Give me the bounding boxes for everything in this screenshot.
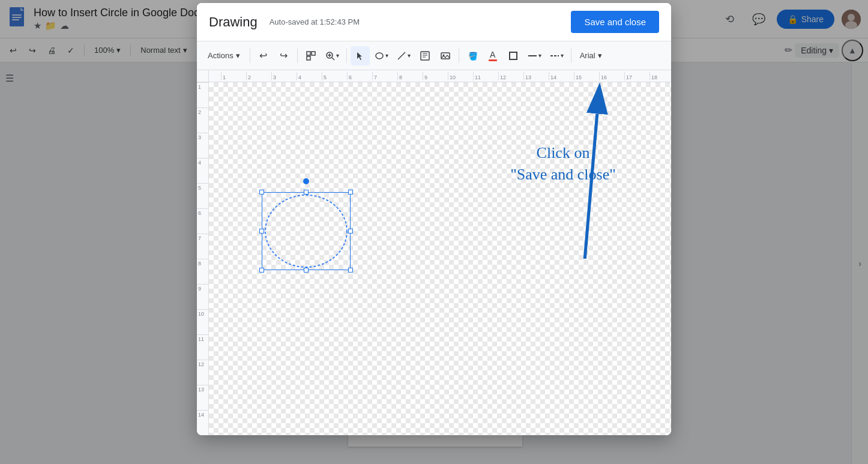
svg-rect-10 (307, 56, 310, 60)
handle-mid-left[interactable] (259, 229, 264, 234)
ruler-corner (197, 70, 209, 82)
drawing-modal: Drawing Auto-saved at 1:52:43 PM Save an… (197, 3, 671, 435)
handle-top-right[interactable] (348, 190, 353, 194)
autosave-text: Auto-saved at 1:52:43 PM (270, 17, 360, 26)
svg-rect-8 (307, 52, 310, 55)
ruler-top: 1 2 3 4 5 6 7 8 9 10 11 12 13 (209, 70, 671, 82)
ruler-marks: 1 2 3 4 5 6 7 8 9 10 11 12 13 (221, 72, 671, 80)
handle-mid-right[interactable] (348, 229, 353, 234)
svg-line-16 (398, 52, 405, 59)
ruler-row: 1 2 3 4 5 6 7 8 9 10 11 12 13 (197, 70, 671, 82)
dtb-divider-1 (250, 49, 250, 63)
actions-button[interactable]: Actions ▾ (202, 47, 246, 64)
shape-btn[interactable] (371, 46, 392, 65)
svg-rect-24 (510, 52, 517, 59)
dtb-divider-3 (346, 49, 347, 63)
svg-text:🪣: 🪣 (468, 51, 477, 61)
save-and-close-button[interactable]: Save and close (571, 11, 659, 33)
svg-line-12 (332, 58, 334, 60)
font-select[interactable]: Arial ▾ (575, 46, 607, 65)
zoom-btn[interactable] (322, 46, 343, 65)
border-weight-btn[interactable] (524, 46, 545, 65)
pointer-btn[interactable] (351, 46, 370, 65)
drawing-undo-btn[interactable]: ↩ (254, 46, 273, 65)
drawing-canvas-wrapper[interactable]: 1 2 3 4 5 6 7 8 9 10 11 12 13 (197, 70, 671, 435)
fill-color-btn[interactable]: 🪣 (463, 46, 482, 65)
svg-rect-9 (312, 52, 315, 55)
color-swatch: A (489, 50, 497, 61)
drawing-canvas[interactable]: Click on"Save and close" (209, 82, 671, 435)
font-label: Arial (580, 51, 595, 60)
dtb-divider-2 (297, 49, 298, 63)
svg-rect-17 (421, 52, 429, 60)
pen-color-btn[interactable]: A (483, 46, 502, 65)
handle-top-mid[interactable] (304, 190, 309, 194)
border-dash-btn[interactable] (546, 46, 567, 65)
line-btn[interactable] (393, 46, 414, 65)
rotation-handle[interactable] (303, 178, 309, 184)
svg-point-29 (265, 195, 347, 267)
ruler-left: 1 2 3 4 5 6 7 8 9 10 11 12 13 (197, 82, 209, 435)
annotation-text: Click on"Save and close" (485, 142, 641, 186)
svg-point-15 (376, 53, 383, 59)
image-btn[interactable] (436, 46, 455, 65)
handle-top-left[interactable] (259, 190, 264, 194)
drawing-title: Drawing (209, 14, 258, 30)
ruler-left-marks: 1 2 3 4 5 6 7 8 9 10 11 12 13 (197, 82, 208, 435)
handle-bot-right[interactable] (348, 268, 353, 273)
font-dropdown-icon: ▾ (598, 51, 602, 60)
select-all-btn[interactable] (301, 46, 321, 65)
dtb-divider-4 (459, 49, 459, 63)
actions-dropdown-icon: ▾ (236, 51, 240, 60)
canvas-area: 1 2 3 4 5 6 7 8 9 10 11 12 13 (197, 82, 671, 435)
dtb-divider-5 (571, 49, 571, 63)
drawing-toolbar: Actions ▾ ↩ ↪ (197, 41, 671, 70)
handle-bot-left[interactable] (259, 268, 264, 273)
border-color-btn[interactable] (504, 46, 523, 65)
handle-bot-mid[interactable] (304, 268, 309, 273)
circle-svg (262, 192, 351, 270)
drawing-redo-btn[interactable]: ↪ (274, 46, 294, 65)
drawing-header: Drawing Auto-saved at 1:52:43 PM Save an… (197, 3, 671, 41)
scribble-btn[interactable] (415, 46, 435, 65)
modal-overlay: Drawing Auto-saved at 1:52:43 PM Save an… (0, 0, 868, 464)
actions-label: Actions (208, 51, 234, 60)
circle-container[interactable] (262, 181, 351, 270)
